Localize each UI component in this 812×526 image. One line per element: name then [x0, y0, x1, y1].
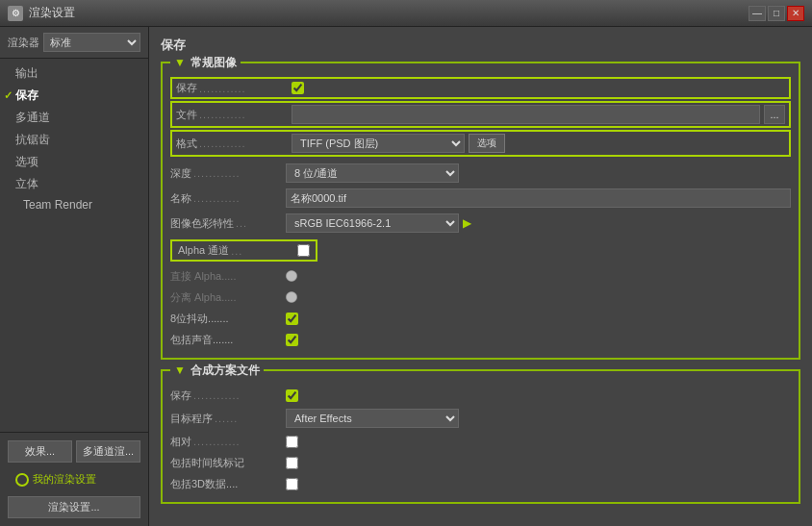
depth-control: 8 位/通道 — [286, 163, 791, 183]
sidebar: 渲染器 标准 输出 保存 多通道 抗锯齿 选项 立体 — [0, 27, 149, 526]
composite-collapse-arrow[interactable]: ▼ — [174, 363, 186, 377]
target-app-select[interactable]: After Effects — [286, 409, 459, 428]
depth-select[interactable]: 8 位/通道 — [286, 163, 459, 183]
sidebar-item-output[interactable]: 输出 — [0, 63, 148, 85]
format-option-button[interactable]: 选项 — [469, 134, 505, 153]
color-profile-row: 图像色彩特性 ... sRGB IEC61966-2.1 ▶ — [170, 211, 791, 236]
sound-checkbox[interactable] — [286, 334, 298, 346]
color-profile-arrow[interactable]: ▶ — [463, 216, 471, 230]
regular-image-group: ▼ 常规图像 保存 ............ 文件 — [161, 62, 800, 360]
gear-icon — [15, 473, 29, 487]
straight-alpha-label: 直接 Alpha..... — [170, 269, 286, 284]
sidebar-header: 渲染器 标准 — [0, 27, 148, 59]
file-control: ... — [292, 105, 785, 124]
color-profile-label: 图像色彩特性 ... — [170, 216, 286, 231]
color-profile-select[interactable]: sRGB IEC61966-2.1 — [286, 213, 459, 233]
alpha-channel-checkbox[interactable] — [297, 244, 310, 257]
color-profile-control: sRGB IEC61966-2.1 ▶ — [286, 213, 791, 233]
window-controls: — □ ✕ — [749, 6, 804, 21]
format-label: 格式 ............ — [176, 137, 292, 151]
section-title: 保存 — [161, 37, 800, 54]
close-button[interactable]: ✕ — [787, 6, 804, 21]
alpha-channel-row: Alpha 通道 ... — [170, 239, 317, 262]
dither-row: 8位抖动....... — [170, 308, 791, 329]
window-title: 渲染设置 — [29, 5, 749, 21]
main-layout: 渲染器 标准 输出 保存 多通道 抗锯齿 选项 立体 — [0, 27, 812, 526]
format-control: TIFF (PSD 图层) 选项 — [292, 134, 785, 153]
file-path-input[interactable] — [292, 105, 760, 124]
content-area: 保存 ▼ 常规图像 保存 ............ — [149, 27, 812, 526]
sidebar-item-multichannel[interactable]: 多通道 — [0, 107, 148, 129]
minimize-button[interactable]: — — [749, 6, 766, 21]
timeline-row: 包括时间线标记 — [170, 452, 791, 473]
multichannel-render-button[interactable]: 多通道渲... — [76, 440, 140, 463]
sidebar-bottom-row1: 效果... 多通道渲... — [8, 440, 140, 463]
sidebar-items: 输出 保存 多通道 抗锯齿 选项 立体 Team Render — [0, 59, 148, 432]
dither-checkbox[interactable] — [286, 313, 298, 325]
timeline-checkbox[interactable] — [286, 457, 298, 469]
format-select[interactable]: TIFF (PSD 图层) — [292, 134, 465, 153]
window-icon: ⚙ — [8, 6, 23, 21]
renderer-select[interactable]: 标准 — [43, 33, 140, 52]
depth-label: 深度 ............ — [170, 166, 286, 181]
save-row: 保存 ............ — [170, 77, 791, 99]
sidebar-item-antialias[interactable]: 抗锯齿 — [0, 129, 148, 151]
separate-alpha-row: 分离 Alpha..... — [170, 287, 791, 308]
separate-alpha-radio — [286, 291, 297, 303]
sidebar-item-teamrender[interactable]: Team Render — [0, 195, 148, 214]
renderer-label: 渲染器 — [8, 36, 39, 50]
file-label: 文件 ............ — [176, 108, 292, 122]
comp-save-row: 保存 ............ — [170, 385, 791, 406]
target-app-label: 目标程序 ...... — [170, 412, 286, 426]
composite-title: ▼ 合成方案文件 — [170, 363, 264, 379]
save-fbx-row: 保存 FBX 文件 — [161, 521, 289, 526]
name-row: 名称 ............ — [170, 186, 791, 211]
dither-label: 8位抖动....... — [170, 312, 286, 326]
3d-data-row: 包括3D数据.... — [170, 473, 791, 494]
name-control — [286, 188, 791, 208]
3d-data-label: 包括3D数据.... — [170, 477, 286, 491]
maximize-button[interactable]: □ — [768, 6, 785, 21]
relative-checkbox[interactable] — [286, 436, 298, 448]
depth-row: 深度 ............ 8 位/通道 — [170, 161, 791, 186]
render-settings-button[interactable]: 渲染设置... — [8, 496, 140, 518]
browse-button[interactable]: ... — [764, 105, 785, 124]
name-label: 名称 ............ — [170, 191, 286, 206]
comp-save-checkbox[interactable] — [286, 389, 298, 402]
file-row: 文件 ............ ... — [170, 101, 791, 128]
sound-row: 包括声音....... — [170, 329, 791, 350]
my-settings-item[interactable]: 我的渲染设置 — [8, 468, 140, 490]
name-input[interactable] — [286, 188, 791, 208]
save-label: 保存 ............ — [176, 81, 292, 95]
sidebar-item-stereo[interactable]: 立体 — [0, 173, 148, 195]
effects-button[interactable]: 效果... — [8, 440, 72, 463]
sidebar-bottom: 效果... 多通道渲... 我的渲染设置 渲染设置... — [0, 432, 148, 526]
relative-row: 相对 ............ — [170, 431, 791, 452]
timeline-label: 包括时间线标记 — [170, 456, 286, 470]
relative-label: 相对 ............ — [170, 435, 286, 449]
sidebar-item-save[interactable]: 保存 — [0, 85, 148, 107]
regular-image-title: ▼ 常规图像 — [170, 55, 241, 71]
straight-alpha-radio — [286, 270, 297, 282]
straight-alpha-row: 直接 Alpha..... — [170, 265, 791, 287]
target-app-row: 目标程序 ...... After Effects — [170, 406, 791, 431]
separate-alpha-label: 分离 Alpha..... — [170, 290, 286, 305]
content-bottom: 保存 FBX 文件 — [161, 521, 800, 526]
save-checkbox[interactable] — [292, 82, 304, 94]
collapse-arrow[interactable]: ▼ — [174, 56, 186, 69]
save-control — [292, 82, 785, 94]
title-bar: ⚙ 渲染设置 — □ ✕ — [0, 0, 812, 27]
sidebar-item-options[interactable]: 选项 — [0, 151, 148, 173]
composite-group: ▼ 合成方案文件 保存 ............ 目标程序 ...... — [161, 369, 800, 504]
target-app-control: After Effects — [286, 409, 791, 428]
format-row: 格式 ............ TIFF (PSD 图层) 选项 — [170, 130, 791, 157]
sound-label: 包括声音....... — [170, 333, 286, 347]
comp-save-label: 保存 ............ — [170, 388, 286, 403]
my-settings-label: 我的渲染设置 — [33, 472, 96, 487]
3d-data-checkbox[interactable] — [286, 478, 298, 490]
alpha-label: Alpha 通道 ... — [178, 243, 293, 258]
